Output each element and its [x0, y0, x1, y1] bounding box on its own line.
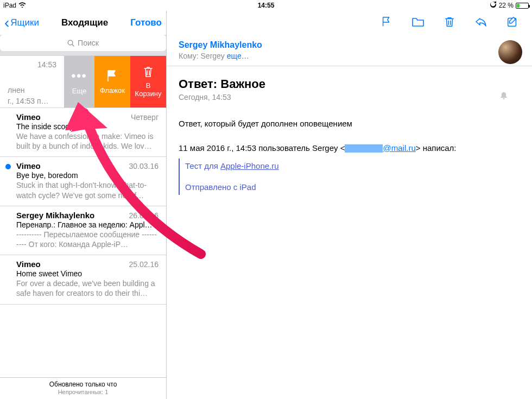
row-time: 30.03.16 [129, 162, 159, 170]
sidebar-nav: ‹ Ящики Входящие Готово [0, 11, 166, 35]
chevron-left-icon: ‹ [4, 18, 9, 28]
body-text: Ответ, который будет дополнен оповещение… [179, 118, 520, 130]
sender-name[interactable]: Sergey Mikhaylenko [179, 40, 520, 50]
wifi-icon [18, 2, 26, 9]
sidebar-title: Входящие [61, 17, 108, 28]
message-subject: Ответ: Важное [179, 77, 520, 91]
message-list[interactable]: 14:53 лнен г., 14:53 п… ••• Еще Флажок В… [0, 55, 166, 377]
reply-button[interactable] [474, 16, 487, 30]
status-bar: iPad 14:55 22 % [0, 0, 532, 11]
recipient-line: Кому: Sergey еще… [179, 52, 520, 60]
swiped-row[interactable]: 14:53 лнен г., 14:53 п… ••• Еще Флажок В… [0, 56, 166, 108]
swipe-more-button[interactable]: ••• Еще [64, 56, 94, 107]
list-row[interactable]: 26.02.16 Sergey Mikhaylenko Перенапр.: Г… [0, 206, 166, 255]
sidebar-footer: Обновлено только что Непрочитанных: 1 [0, 377, 166, 399]
done-button[interactable]: Готово [130, 17, 162, 28]
footer-unread: Непрочитанных: 1 [0, 389, 166, 395]
row-preview: We have a confession to make: Vimeo is b… [16, 131, 159, 151]
row-subject: Home sweet Vimeo [16, 269, 159, 278]
row-time: 14:53 [8, 60, 56, 69]
compose-button[interactable] [506, 16, 519, 30]
row-time: 26.02.16 [129, 211, 159, 220]
trash-button[interactable] [443, 16, 456, 30]
back-label: Ящики [10, 17, 39, 28]
row-preview: For over a decade, we've been building a… [16, 278, 159, 298]
svg-line-1 [72, 45, 74, 46]
message-date: Сегодня, 14:53 [179, 93, 520, 102]
sync-icon [490, 1, 497, 10]
detail-pane: Sergey Mikhaylenko Кому: Sergey еще… Отв… [167, 11, 532, 399]
ellipsis-icon: ••• [71, 69, 87, 83]
row-subject: The inside scoop [16, 122, 159, 131]
battery-pct: 22 % [499, 2, 514, 9]
search-input[interactable]: Поиск [0, 35, 166, 51]
row-subject: Перенапр.: Главное за неделю: Appl… [16, 220, 159, 229]
email-domain-link[interactable]: @mail.ru [383, 143, 415, 153]
redacted-email [345, 144, 383, 153]
quote-header: 11 мая 2016 г., 14:53 пользователь Serge… [179, 142, 520, 155]
flag-button[interactable] [380, 16, 393, 30]
back-button[interactable]: ‹ Ящики [4, 17, 39, 28]
flag-icon [106, 69, 118, 83]
svg-point-0 [68, 40, 73, 45]
message-header: Sergey Mikhaylenko Кому: Sergey еще… [167, 35, 532, 66]
avatar[interactable] [498, 40, 522, 64]
message-body: Ответ: Важное Сегодня, 14:53 Ответ, кото… [167, 66, 532, 206]
list-row[interactable]: 25.02.16 Vimeo Home sweet Vimeo For over… [0, 255, 166, 304]
list-row[interactable]: Четверг Vimeo The inside scoop We have a… [0, 108, 166, 157]
swipe-trash-button[interactable]: ВКорзину [130, 56, 166, 107]
swipe-flag-button[interactable]: Флажок [94, 56, 130, 107]
battery-icon [516, 3, 529, 9]
row-subject: Bye bye, boredom [16, 171, 159, 180]
search-placeholder: Поиск [78, 39, 99, 47]
recipients-more-link[interactable]: еще… [227, 52, 249, 60]
footer-status: Обновлено только что [0, 381, 166, 388]
device-label: iPad [3, 2, 16, 9]
search-icon [67, 40, 74, 47]
quoted-block: Тест для Apple-iPhone.ru Отправлено с iP… [179, 159, 520, 195]
list-row[interactable]: 30.03.16 Vimeo Bye bye, boredom Stuck in… [0, 157, 166, 206]
bell-icon[interactable] [499, 91, 508, 102]
trash-icon [143, 65, 154, 78]
row-preview: ---------- Пересылаемое сообщение ------… [16, 230, 159, 249]
toolbar [167, 11, 532, 35]
quoted-link[interactable]: Apple-iPhone.ru [220, 161, 279, 170]
row-time: 25.02.16 [129, 260, 159, 269]
row-time: Четверг [131, 113, 159, 122]
folder-button[interactable] [411, 16, 425, 30]
sidebar: ‹ Ящики Входящие Готово Поиск 14:53 лнен… [0, 11, 167, 399]
clock: 14:55 [258, 2, 275, 9]
row-preview: Stuck in that ugh-I-don't-know-what-to-w… [16, 180, 159, 200]
